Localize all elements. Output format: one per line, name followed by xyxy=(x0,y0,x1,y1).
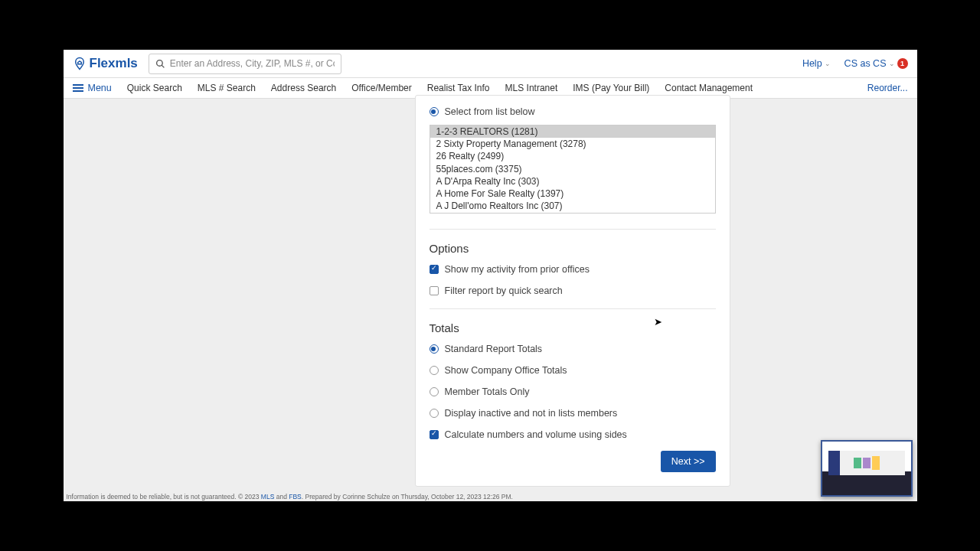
user-menu[interactable]: CS as CS ⌄ 1 xyxy=(844,58,908,69)
nav-links: Quick Search MLS # Search Address Search… xyxy=(127,83,753,93)
nav-mls-search[interactable]: MLS # Search xyxy=(198,83,256,93)
opt-prior-offices[interactable]: Show my activity from prior offices xyxy=(430,264,716,275)
checkbox-icon xyxy=(430,265,439,274)
picture-in-picture-thumbnail[interactable] xyxy=(821,440,913,497)
nav-quick-search[interactable]: Quick Search xyxy=(127,83,182,93)
totals-inactive[interactable]: Display inactive and not in lists member… xyxy=(430,408,716,419)
search-icon xyxy=(155,59,165,69)
footer-link-fbs[interactable]: FBS xyxy=(289,493,302,500)
checkbox-icon xyxy=(430,286,439,295)
svg-line-1 xyxy=(162,65,164,67)
list-item[interactable]: A D'Arpa Realty Inc (303) xyxy=(430,175,715,187)
totals-member[interactable]: Member Totals Only xyxy=(430,386,716,397)
user-label: CS as CS xyxy=(844,58,887,69)
divider xyxy=(430,229,716,230)
global-search-input[interactable] xyxy=(170,58,335,69)
chevron-down-icon: ⌄ xyxy=(825,60,831,67)
radio-icon xyxy=(430,107,439,116)
footer-disclaimer: Information is deemed to be reliable, bu… xyxy=(64,492,516,501)
radio-icon xyxy=(430,409,439,418)
help-label: Help xyxy=(802,58,822,69)
totals-standard[interactable]: Standard Report Totals xyxy=(430,344,716,354)
brand-logo[interactable]: Flexmls xyxy=(73,56,138,71)
list-item[interactable]: 26 Realty (2499) xyxy=(430,150,715,162)
next-button[interactable]: Next >> xyxy=(661,451,716,472)
footer-suffix: . Prepared by Corinne Schulze on Thursda… xyxy=(302,493,513,500)
nav-address-search[interactable]: Address Search xyxy=(271,83,336,93)
totals-title: Totals xyxy=(430,321,716,334)
office-listbox[interactable]: 1-2-3 REALTORS (1281) 2 Sixty Property M… xyxy=(430,125,716,214)
reorder-link[interactable]: Reorder... xyxy=(867,83,908,93)
list-item[interactable]: 2 Sixty Property Management (3278) xyxy=(430,138,715,150)
list-item[interactable]: A Home For Sale Realty (1397) xyxy=(430,187,715,200)
header-bar: Flexmls Help ⌄ CS as CS ⌄ 1 xyxy=(64,50,917,78)
radio-icon xyxy=(430,366,439,375)
totals-sides[interactable]: Calculate numbers and volume using sides xyxy=(430,429,716,440)
divider xyxy=(430,308,716,309)
checkbox-icon xyxy=(430,430,439,439)
list-item[interactable]: A J Dell'omo Realtors Inc (307) xyxy=(430,200,715,212)
list-item[interactable]: A J Sica Enterprises Inc (1020) xyxy=(430,212,715,214)
radio-icon xyxy=(430,344,439,354)
totals-inactive-label: Display inactive and not in lists member… xyxy=(445,408,618,419)
hamburger-icon xyxy=(73,84,83,92)
chevron-down-icon: ⌄ xyxy=(889,60,895,67)
content-area: Select from list below 1-2-3 REALTORS (1… xyxy=(64,99,917,494)
menu-button[interactable]: Menu xyxy=(73,83,112,93)
options-title: Options xyxy=(430,242,716,255)
totals-standard-label: Standard Report Totals xyxy=(445,344,543,354)
opt-filter-quick[interactable]: Filter report by quick search xyxy=(430,285,716,296)
totals-company[interactable]: Show Company Office Totals xyxy=(430,365,716,376)
global-search[interactable] xyxy=(149,54,341,74)
select-from-list-option[interactable]: Select from list below xyxy=(430,106,716,117)
footer-link-mls[interactable]: MLS xyxy=(261,493,274,500)
opt-filter-quick-label: Filter report by quick search xyxy=(445,285,563,296)
nav-realist-tax[interactable]: Realist Tax Info xyxy=(427,83,490,93)
menu-label: Menu xyxy=(88,83,112,93)
notification-badge[interactable]: 1 xyxy=(897,58,908,69)
svg-point-0 xyxy=(156,60,162,66)
help-menu[interactable]: Help ⌄ xyxy=(802,58,831,69)
opt-prior-offices-label: Show my activity from prior offices xyxy=(445,264,590,275)
nav-mls-intranet[interactable]: MLS Intranet xyxy=(505,83,558,93)
footer-mid: and xyxy=(274,493,289,500)
list-item[interactable]: 55places.com (3375) xyxy=(430,163,715,175)
totals-sides-label: Calculate numbers and volume using sides xyxy=(445,429,627,440)
totals-member-label: Member Totals Only xyxy=(445,386,530,397)
nav-contact-mgmt[interactable]: Contact Management xyxy=(665,83,753,93)
nav-office-member[interactable]: Office/Member xyxy=(351,83,411,93)
brand-text: Flexmls xyxy=(90,56,138,71)
report-form-card: Select from list below 1-2-3 REALTORS (1… xyxy=(415,95,730,487)
select-from-list-label: Select from list below xyxy=(445,106,535,117)
totals-company-label: Show Company Office Totals xyxy=(445,365,567,376)
location-pin-icon xyxy=(73,57,87,70)
footer-prefix: Information is deemed to be reliable, bu… xyxy=(67,493,261,500)
app-frame: Flexmls Help ⌄ CS as CS ⌄ 1 xyxy=(64,50,917,501)
list-item[interactable]: 1-2-3 REALTORS (1281) xyxy=(430,126,715,138)
radio-icon xyxy=(430,387,439,396)
nav-ims[interactable]: IMS (Pay Your Bill) xyxy=(573,83,649,93)
